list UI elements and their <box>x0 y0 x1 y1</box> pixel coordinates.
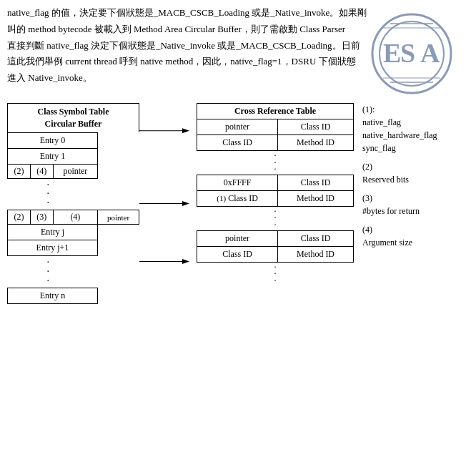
table-row: Entry 1 <box>8 148 139 164</box>
rt-classid-4: Class ID <box>278 230 354 246</box>
svg-text:E: E <box>383 38 401 68</box>
left-table-title: Class Symbol Table Circular Buffer <box>7 103 139 132</box>
rt-classid-3: Class ID <box>278 175 354 190</box>
sub-cell-pointer-b: pointer <box>98 210 139 225</box>
entry-0: Entry 0 <box>8 132 98 148</box>
table-row: Entry 0 <box>8 132 139 148</box>
diagram-section: Class Symbol Table Circular Buffer Entry… <box>0 96 476 311</box>
dots-2: ··· <box>8 256 98 288</box>
right-table-title: Cross Reference Table <box>197 103 354 119</box>
table-row: Entry j <box>8 225 139 240</box>
note2: (2) Reserved bits <box>362 160 469 186</box>
rt-pointer-2: pointer <box>197 230 278 246</box>
entry-j1: Entry j+1 <box>8 240 98 256</box>
note3: (3) #bytes for return <box>362 192 469 217</box>
table-row: (2) (4) pointer <box>8 164 139 178</box>
rt-dots-1: ··· <box>197 150 354 175</box>
left-table-container: Class Symbol Table Circular Buffer Entry… <box>7 103 139 304</box>
note4: (4) Argument size <box>362 223 469 249</box>
sub-cell-4a: (4) <box>30 164 53 178</box>
svg-text:A: A <box>420 38 440 68</box>
svg-marker-10 <box>182 128 189 133</box>
table-row: 0xFFFF Class ID <box>197 175 354 190</box>
arrows-container <box>139 103 197 304</box>
table-row: pointer Class ID <box>197 230 354 246</box>
dots-row: ··· <box>197 150 354 175</box>
table-row: Class ID Method ID <box>197 246 354 262</box>
sub-cell-4b: (4) <box>53 210 97 225</box>
svg-marker-14 <box>182 259 189 264</box>
sub-cell-3b: (3) <box>30 210 53 225</box>
svg-text:S: S <box>400 38 415 68</box>
rt-dots-3: ··· <box>197 262 354 285</box>
rt-methodid-1: Method ID <box>278 134 354 150</box>
dots-row: ··· <box>197 206 354 230</box>
rt-dots-2: ··· <box>197 206 354 230</box>
logo-area: E S A <box>362 7 462 100</box>
table-row: pointer Class ID <box>197 119 354 134</box>
right-table-container: Cross Reference Table pointer Class ID C… <box>197 103 354 285</box>
esa-logo: E S A <box>369 11 455 97</box>
svg-marker-12 <box>182 201 189 206</box>
rt-classid-1: Class ID <box>278 119 354 134</box>
sub-cell-2a: (2) <box>8 164 31 178</box>
entry-n: Entry n <box>8 288 98 304</box>
rt-0xffff: 0xFFFF <box>197 175 278 190</box>
dots-1: ··· <box>8 178 98 210</box>
table-row: Class ID Method ID <box>197 134 354 150</box>
note1: (1): native_flag native_hardware_flag sy… <box>362 103 469 155</box>
rt-methodid-3: Method ID <box>278 246 354 262</box>
page-container: native_flag 的值，決定要下個狀態是_MACB_CSCB_Loadin… <box>0 0 476 460</box>
notes-area: (1): native_flag native_hardware_flag sy… <box>354 103 469 255</box>
table-row: Entry n <box>8 288 139 304</box>
entry-1: Entry 1 <box>8 148 98 164</box>
table-row: (1) Class ID Method ID <box>197 190 354 206</box>
table-row: (2) (3) (4)pointer <box>8 210 139 225</box>
sub-cell-pointer-a: pointer <box>53 164 97 178</box>
rt-classid-5: Class ID <box>197 246 278 262</box>
entry-j: Entry j <box>8 225 98 240</box>
rt-classid-label: (1) Class ID <box>197 190 278 206</box>
arrows-svg <box>139 103 197 304</box>
dots-row: ··· <box>197 262 354 285</box>
left-table: Entry 0 Entry 1 (2) (4) pointer ··· (2) <box>7 132 139 305</box>
rt-classid-2: Class ID <box>197 134 278 150</box>
diagram-inner: Class Symbol Table Circular Buffer Entry… <box>7 103 469 304</box>
table-row: Entry j+1 <box>8 240 139 256</box>
right-table: pointer Class ID Class ID Method ID ··· … <box>197 119 354 285</box>
rt-methodid-2: Method ID <box>278 190 354 206</box>
sub-cell-2b: (2) <box>8 210 31 225</box>
dots-row: ··· <box>8 178 139 210</box>
rt-pointer-1: pointer <box>197 119 278 134</box>
dots-row: ··· <box>8 256 139 288</box>
